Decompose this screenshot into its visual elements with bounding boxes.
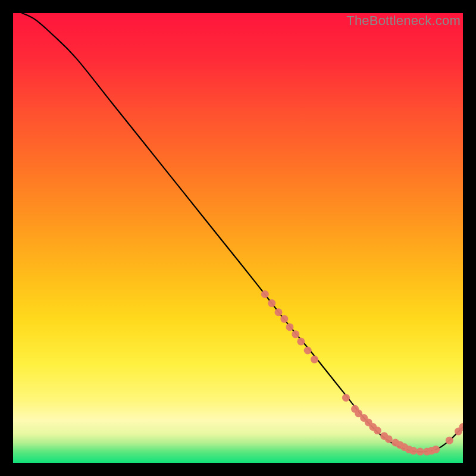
data-point <box>311 356 318 364</box>
chart-plot <box>13 13 463 463</box>
data-point <box>409 447 417 455</box>
data-point <box>297 337 305 345</box>
data-point <box>280 315 288 323</box>
watermark-text: TheBottleneck.com <box>346 13 461 29</box>
gradient-background <box>13 13 463 463</box>
data-point <box>292 330 299 338</box>
data-point <box>286 323 293 331</box>
data-point <box>261 290 269 298</box>
data-point <box>385 435 393 443</box>
data-point <box>446 437 453 444</box>
data-point <box>374 427 381 434</box>
data-point <box>275 308 283 316</box>
data-point <box>416 448 424 456</box>
data-point <box>268 299 275 307</box>
chart-frame: TheBottleneck.com <box>13 13 463 463</box>
data-point <box>432 446 440 453</box>
data-point <box>342 394 350 402</box>
data-point <box>304 347 312 355</box>
